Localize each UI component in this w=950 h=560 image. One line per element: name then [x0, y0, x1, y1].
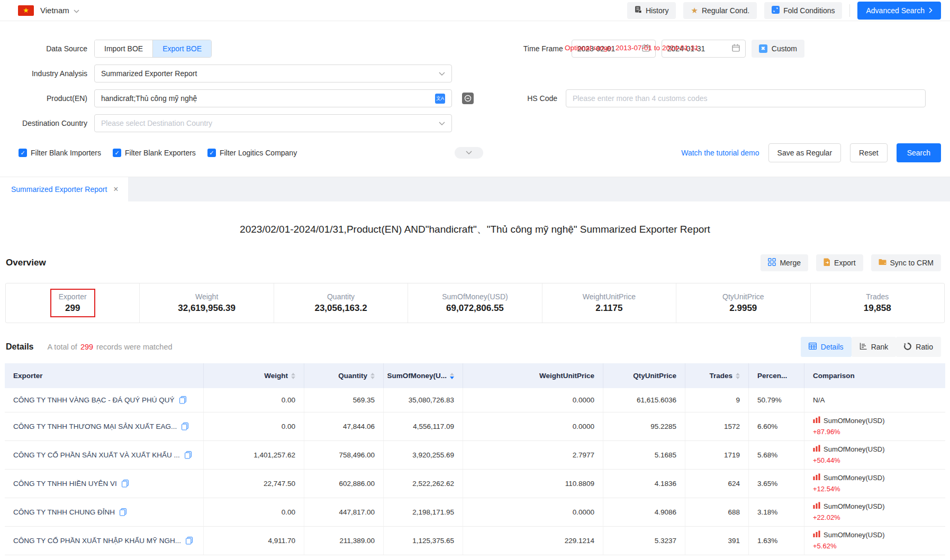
tutorial-demo-link[interactable]: Watch the tutorial demo	[681, 149, 759, 157]
merge-icon	[768, 258, 776, 268]
industry-analysis-select[interactable]: Summarized Exporter Report	[94, 65, 452, 82]
sort-desc-icon[interactable]	[291, 377, 295, 379]
table-body: CÔNG TY TNHH VÀNG BẠC - ĐÁ QUÝ PHÚ QUÝ0.…	[5, 388, 945, 555]
stat-value: 23,056,163.2	[314, 303, 367, 314]
industry-analysis-label: Industry Analysis	[0, 69, 94, 78]
save-as-regular-button[interactable]: Save as Regular	[768, 143, 842, 162]
product-en-input[interactable]: handicraft;Thủ công mỹ nghệ 文A	[94, 89, 452, 107]
tab-strip: Summarized Exporter Report ×	[0, 177, 950, 201]
company-copy-icon[interactable]	[120, 508, 126, 516]
export-file-icon	[824, 258, 830, 268]
history-button[interactable]: History	[627, 2, 676, 19]
matched-records-text: A total of299records were matched	[47, 343, 172, 351]
cell-exporter: CÔNG TY CỔ PHẦN XUẤT NHẬP KHẨU MỸ NGH...	[5, 527, 204, 555]
cell-sum: 2,522,262.62	[384, 470, 463, 498]
sync-to-crm-button[interactable]: Sync to CRM	[871, 254, 941, 271]
col-header-label: WeightUnitPrice	[539, 372, 594, 380]
company-copy-icon[interactable]	[186, 537, 193, 545]
table-row: CÔNG TY CỔ PHẦN XUẤT NHẬP KHẨU MỸ NGH...…	[5, 527, 945, 555]
view-button-rank[interactable]: Rank	[852, 337, 897, 357]
fold-conditions-button[interactable]: Fold Conditions	[764, 2, 842, 19]
cell-trades: 624	[685, 470, 749, 498]
export-button[interactable]: Export	[816, 254, 863, 271]
sort-icons[interactable]	[450, 373, 454, 379]
cell-exporter: CÔNG TY TNHH THƯƠNG MẠI SẢN XUẤT EAG...	[5, 412, 204, 440]
import-boe-button[interactable]: Import BOE	[95, 40, 153, 57]
tab-summarized-exporter-report[interactable]: Summarized Exporter Report ×	[0, 177, 128, 201]
translate-icon[interactable]: 文A	[435, 94, 445, 104]
sort-asc-icon[interactable]	[736, 373, 740, 375]
search-button[interactable]: Search	[897, 143, 941, 162]
cell-exporter: CÔNG TY TNHH CHUNG ĐỈNH	[5, 498, 204, 526]
table-row: CÔNG TY CỔ PHẦN SẢN XUẤT VÀ XUẤT KHẨU ..…	[5, 441, 945, 470]
sort-icons[interactable]	[736, 373, 740, 379]
cell-weight: 22,747.50	[204, 470, 304, 498]
custom-range-button[interactable]: ✖ Custom	[752, 40, 804, 58]
country-selector-label[interactable]: Vietnam	[40, 6, 69, 15]
sort-asc-icon[interactable]	[370, 373, 375, 375]
merge-button[interactable]: Merge	[761, 254, 808, 271]
stat-inner: Weight32,619,956.39	[170, 290, 243, 316]
view-button-details[interactable]: Details	[801, 337, 852, 357]
col-header-sum[interactable]: SumOfMoney(U...	[384, 363, 463, 388]
view-button-ratio[interactable]: Ratio	[896, 337, 941, 357]
sort-asc-icon[interactable]	[291, 373, 295, 375]
sort-icons[interactable]	[291, 373, 295, 379]
stat-item: WeightUnitPrice2.1175	[542, 283, 676, 323]
ratio-view-icon	[904, 343, 911, 352]
stat-value: 2.1175	[583, 303, 636, 314]
sort-desc-icon[interactable]	[736, 377, 740, 379]
comparison-change: +5.62%	[813, 541, 836, 552]
cell-percent: 3.65%	[749, 470, 804, 498]
col-header-exporter: Exporter	[5, 363, 204, 388]
company-copy-icon[interactable]	[179, 396, 186, 404]
filter-checkbox-0[interactable]: ✓Filter Blank Importers	[19, 149, 101, 157]
stat-value: 2.9959	[722, 303, 764, 314]
cell-trades: 1572	[685, 412, 749, 440]
stat-item: Weight32,619,956.39	[139, 283, 273, 323]
sort-desc-icon[interactable]	[370, 377, 375, 379]
col-header-trades[interactable]: Trades	[685, 363, 749, 388]
col-header-comparison: Comparison	[804, 363, 945, 388]
chevron-down-icon[interactable]	[74, 6, 79, 15]
stat-inner: QtyUnitPrice2.9959	[715, 290, 772, 316]
cell-trades: 391	[685, 527, 749, 555]
sort-asc-icon[interactable]	[450, 373, 454, 375]
company-copy-icon[interactable]	[182, 423, 188, 430]
checkbox-label: Filter Logitics Company	[220, 149, 297, 157]
advanced-search-button[interactable]: Advanced Search	[857, 2, 941, 20]
regular-cond-button[interactable]: ★ Regular Cond.	[683, 2, 757, 19]
cell-sum: 2,198,171.95	[384, 498, 463, 526]
cell-percent: 1.63%	[749, 527, 804, 555]
checkbox-checked-icon: ✓	[113, 149, 121, 157]
close-icon[interactable]: ×	[113, 185, 118, 194]
stat-item: Trades19,858	[810, 283, 944, 323]
checkbox-checked-icon: ✓	[207, 149, 216, 157]
cell-weight_unit_price: 0.0000	[463, 412, 603, 440]
collapse-conditions-button[interactable]	[455, 147, 483, 159]
col-header-weight[interactable]: Weight	[204, 363, 304, 388]
cell-trades: 9	[685, 388, 749, 412]
destination-country-select[interactable]: Please select Destination Country	[94, 114, 452, 132]
reset-button[interactable]: Reset	[850, 143, 888, 162]
filter-checkbox-2[interactable]: ✓Filter Logitics Company	[207, 149, 297, 157]
sort-icons[interactable]	[370, 373, 375, 379]
overview-stats-card: Exporter299Weight32,619,956.39Quantity23…	[5, 283, 945, 323]
stat-value: 69,072,806.55	[442, 303, 508, 314]
sort-desc-icon[interactable]	[450, 377, 454, 379]
stat-label: WeightUnitPrice	[583, 292, 636, 301]
filter-checkbox-1[interactable]: ✓Filter Blank Exporters	[113, 149, 196, 157]
overview-title: Overview	[6, 258, 46, 268]
cell-quantity: 758,496.00	[304, 441, 384, 469]
stat-item: Quantity23,056,163.2	[274, 283, 408, 323]
stat-label: Quantity	[314, 292, 367, 301]
stat-label: SumOfMoney(USD)	[442, 292, 508, 301]
table-row: CÔNG TY TNHH HIỀN UYÊN VI22,747.50602,88…	[5, 470, 945, 498]
col-header-quantity[interactable]: Quantity	[304, 363, 384, 388]
company-copy-icon[interactable]	[122, 480, 129, 488]
export-boe-button[interactable]: Export BOE	[153, 40, 211, 57]
hs-code-input[interactable]: Please enter more than 4 customs codes	[566, 89, 926, 107]
view-button-label: Details	[821, 343, 844, 351]
company-copy-icon[interactable]	[185, 451, 192, 459]
search-settings-icon[interactable]	[462, 93, 474, 104]
